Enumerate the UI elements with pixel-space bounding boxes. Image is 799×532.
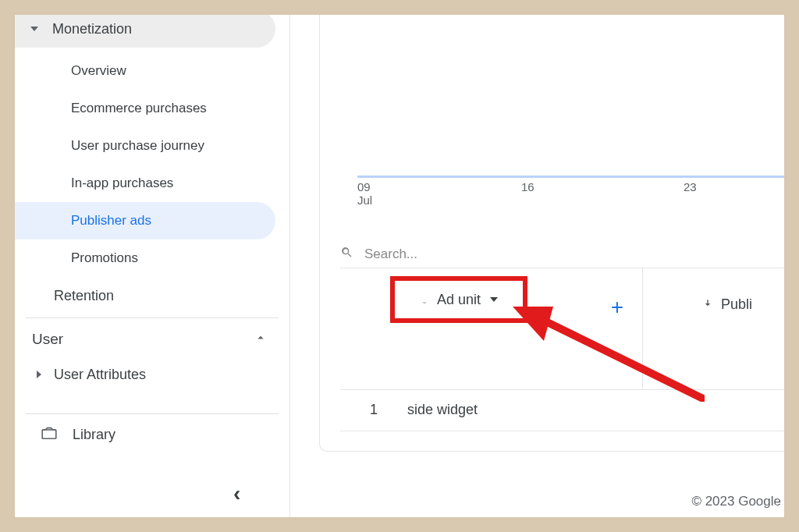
sidebar-section-user[interactable]: User [15, 321, 289, 357]
sidebar-item-label: Overview [71, 63, 126, 79]
sidebar-item-label: In-app purchases [71, 176, 173, 191]
sort-down-icon [702, 296, 713, 313]
sidebar-item-label: Publisher ads [71, 213, 151, 229]
x-tick: 16 [521, 180, 534, 193]
column-label: Ad unit [437, 292, 481, 308]
caret-right-icon [37, 371, 41, 378]
x-tick-month: Jul [357, 193, 372, 207]
search-input[interactable]: Search... [340, 246, 417, 263]
column-label: Publi [721, 296, 752, 313]
sort-down-icon [420, 295, 429, 304]
add-column-button[interactable]: + [611, 296, 623, 318]
library-icon [41, 427, 73, 443]
search-icon [340, 246, 364, 263]
caret-down-icon [30, 27, 38, 31]
collapse-sidebar-button[interactable]: ‹ [233, 481, 240, 506]
timeline-chart: 09 Jul 16 23 [343, 13, 787, 205]
column-publisher[interactable]: Publi [643, 268, 787, 390]
table-header: Ad unit + Publi [340, 268, 787, 389]
svg-rect-0 [42, 430, 56, 438]
column-ad-unit: Ad unit + [340, 268, 643, 390]
x-tick: 23 [684, 180, 697, 193]
sidebar: Monetization Overview Ecommerce purchase… [15, 12, 290, 520]
sidebar-item-publisher-ads[interactable]: Publisher ads [15, 202, 275, 239]
x-tick-day: 23 [684, 180, 697, 193]
sidebar-item-user-attributes[interactable]: User Attributes [15, 357, 289, 392]
ad-unit-dropdown[interactable]: Ad unit [390, 276, 527, 323]
sidebar-item-label: Retention [54, 288, 114, 304]
chevron-up-icon [254, 331, 268, 349]
divider [26, 317, 279, 318]
sidebar-item-label: Promotions [71, 250, 138, 266]
row-index: 1 [340, 402, 407, 418]
x-tick: 09 Jul [357, 180, 372, 207]
x-tick-day: 16 [521, 180, 534, 193]
sidebar-section-label: User [32, 331, 63, 348]
sidebar-section-monetization[interactable]: Monetization [15, 12, 275, 48]
chevron-left-icon: ‹ [233, 481, 240, 505]
sidebar-item-user-purchase-journey[interactable]: User purchase journey [15, 127, 289, 165]
sidebar-item-in-app-purchases[interactable]: In-app purchases [15, 165, 289, 202]
sidebar-item-label: User purchase journey [71, 138, 204, 154]
x-tick-day: 09 [357, 180, 372, 193]
divider [26, 413, 279, 414]
app-frame: Monetization Overview Ecommerce purchase… [12, 12, 787, 520]
sidebar-item-label: Ecommerce purchases [71, 101, 207, 116]
chart-axis [357, 176, 787, 178]
sidebar-item-overview[interactable]: Overview [15, 52, 289, 90]
row-name: side widget [407, 402, 787, 418]
sidebar-item-label: Library [73, 427, 115, 443]
sidebar-item-ecommerce-purchases[interactable]: Ecommerce purchases [15, 90, 289, 127]
search-placeholder: Search... [364, 246, 417, 262]
caret-down-icon [490, 297, 498, 302]
sidebar-section-label: Monetization [52, 21, 132, 37]
main-panel: 09 Jul 16 23 Search... Ad uni [319, 13, 787, 452]
plus-icon: + [611, 295, 623, 319]
sidebar-item-label: User Attributes [54, 367, 146, 383]
table-row[interactable]: 1 side widget [340, 389, 787, 431]
sidebar-item-promotions[interactable]: Promotions [15, 239, 289, 277]
footer-copyright: © 2023 Google [691, 494, 781, 509]
sidebar-item-retention[interactable]: Retention [15, 277, 289, 314]
sidebar-item-library[interactable]: Library [15, 417, 289, 452]
